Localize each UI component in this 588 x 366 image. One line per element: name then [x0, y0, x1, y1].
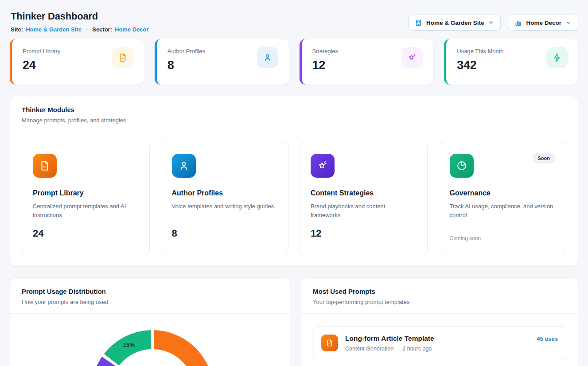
- stat-value: 12: [312, 58, 339, 72]
- stat-card-prompt-library: Prompt Library 24: [10, 39, 144, 85]
- module-title: Content Strategies: [311, 189, 417, 197]
- stat-value: 24: [23, 58, 60, 72]
- stats-row: Prompt Library 24 Author Profiles 8 Stra…: [10, 39, 578, 85]
- modules-subtitle: Manage prompts, profiles, and strategies: [22, 117, 566, 124]
- module-card-governance[interactable]: Soon Governance Track AI usage, complian…: [439, 142, 567, 255]
- building-icon: [415, 19, 422, 27]
- site-selector-label: Home & Garden Site: [426, 19, 484, 26]
- star-sparkle-icon: [311, 154, 335, 178]
- module-count: 12: [311, 228, 417, 239]
- prompt-title: Long-form Article Template: [345, 335, 530, 343]
- file-icon: [112, 47, 133, 68]
- module-title: Author Profiles: [172, 189, 278, 197]
- sector-selector-dropdown[interactable]: Home Decor: [508, 15, 578, 31]
- usage-subtitle: How your prompts are being used: [22, 299, 278, 305]
- stat-value: 342: [457, 58, 503, 72]
- bottom-row: Prompt Usage Distribution How your promp…: [10, 277, 578, 366]
- module-count: 8: [172, 228, 278, 239]
- stat-card-strategies: Strategies 12: [300, 39, 434, 85]
- soon-badge: Soon: [533, 153, 556, 164]
- topbar-actions: Home & Garden Site Home Decor: [408, 15, 578, 31]
- page-title: Thinker Dashboard: [11, 11, 149, 22]
- most-used-prompts-panel: Most Used Prompts Your top-performing pr…: [301, 277, 578, 366]
- sector-label: Sector:: [92, 26, 112, 33]
- star-sparkle-icon: [401, 47, 423, 68]
- site-link[interactable]: Home & Garden Site: [26, 26, 82, 33]
- prompts-subtitle: Your top-performing prompt templates: [313, 299, 566, 305]
- module-card-prompt-library[interactable]: Prompt Library Centralized prompt templa…: [22, 142, 150, 255]
- meta-separator: ·: [397, 346, 399, 352]
- coming-soon-text: Coming soon: [450, 235, 556, 241]
- site-label: Site:: [11, 26, 23, 33]
- stat-label: Strategies: [312, 48, 339, 55]
- module-card-author-profiles[interactable]: Author Profiles Voice templates and writ…: [161, 142, 289, 255]
- stat-label: Prompt Library: [23, 48, 60, 55]
- chart-area: 45%25%15%15%: [10, 314, 290, 366]
- stat-label: Author Profiles: [167, 48, 205, 55]
- prompts-title: Most Used Prompts: [313, 288, 566, 295]
- module-count: 24: [33, 228, 139, 239]
- bar-chart-icon: [514, 19, 522, 27]
- modules-title: Thinker Modules: [22, 106, 566, 113]
- dashboard-page: Thinker Dashboard Site: Home & Garden Si…: [0, 0, 588, 366]
- title-block: Thinker Dashboard Site: Home & Garden Si…: [10, 11, 149, 33]
- chevron-down-icon: [488, 19, 494, 26]
- module-description: Centralized prompt templates and AI inst…: [33, 202, 139, 220]
- breadcrumb-separator: ·: [84, 26, 90, 33]
- donut-slice-orange: [154, 330, 214, 366]
- module-description: Brand playbooks and content frameworks: [311, 202, 417, 220]
- module-description: Track AI usage, compliance, and version …: [450, 202, 556, 220]
- chevron-down-icon: [565, 19, 572, 26]
- donut-slice-label: 15%: [123, 342, 135, 348]
- stat-value: 8: [167, 58, 205, 72]
- pie-chart-icon: [450, 154, 474, 178]
- sector-selector-label: Home Decor: [526, 19, 561, 26]
- stat-label: Usage This Month: [457, 48, 503, 55]
- sector-link[interactable]: Home Decor: [115, 26, 149, 33]
- stat-card-author-profiles: Author Profiles 8: [155, 39, 289, 85]
- usage-title: Prompt Usage Distribution: [22, 288, 278, 295]
- bolt-icon: [546, 47, 568, 68]
- user-icon: [257, 47, 278, 68]
- file-icon: [33, 154, 57, 178]
- prompt-category: Content Generation: [345, 346, 393, 352]
- stat-card-usage: Usage This Month 342: [444, 39, 578, 85]
- module-title: Governance: [450, 189, 556, 197]
- prompt-list-item[interactable]: Long-form Article Template Content Gener…: [312, 326, 567, 360]
- user-icon: [172, 154, 196, 178]
- divider: [450, 228, 556, 228]
- breadcrumb: Site: Home & Garden Site · Sector: Home …: [11, 26, 149, 33]
- site-selector-dropdown[interactable]: Home & Garden Site: [408, 15, 501, 31]
- file-icon: [321, 335, 338, 351]
- module-card-content-strategies[interactable]: Content Strategies Brand playbooks and c…: [300, 142, 428, 255]
- topbar: Thinker Dashboard Site: Home & Garden Si…: [10, 0, 578, 33]
- uses-badge: 45 uses: [537, 335, 558, 342]
- module-title: Prompt Library: [33, 189, 139, 197]
- prompt-time: 2 hours ago: [402, 346, 432, 352]
- donut-chart: 45%25%15%15%: [10, 323, 290, 366]
- thinker-modules-panel: Thinker Modules Manage prompts, profiles…: [10, 96, 578, 267]
- module-description: Voice templates and writing style guides: [172, 202, 278, 220]
- prompt-usage-panel: Prompt Usage Distribution How your promp…: [10, 277, 290, 366]
